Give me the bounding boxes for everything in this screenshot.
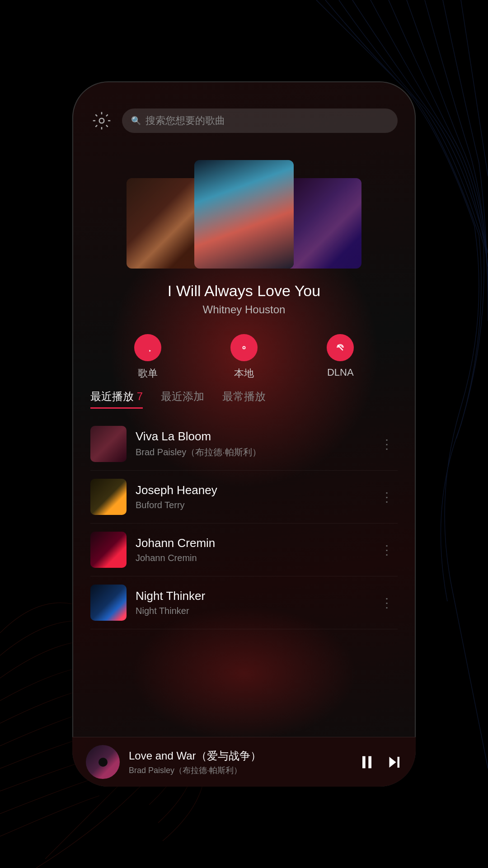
more-button-2[interactable]: ⋮ <box>376 538 398 562</box>
more-button-3[interactable]: ⋮ <box>376 591 398 615</box>
nav-tab-dlna[interactable]: DLNA <box>327 334 354 380</box>
svg-rect-7 <box>368 756 371 768</box>
song-thumb-art-1 <box>90 479 127 515</box>
song-artist-1: Buford Terry <box>136 500 367 510</box>
nav-tabs: 歌单 本地 DLNA <box>72 321 416 389</box>
song-thumb-art-3 <box>90 585 127 621</box>
song-item-2[interactable]: Johann Cremin Johann Cremin ⋮ <box>90 524 398 576</box>
album-art-left <box>127 178 203 269</box>
search-icon: 🔍 <box>131 116 141 126</box>
album-card-right[interactable] <box>285 178 361 269</box>
svg-point-0 <box>99 118 104 123</box>
song-details-2: Johann Cremin Johann Cremin <box>136 536 367 563</box>
svg-rect-9 <box>398 757 400 768</box>
song-details-1: Joseph Heaney Buford Terry <box>136 483 367 510</box>
pause-button[interactable] <box>357 753 377 771</box>
album-carousel <box>72 142 416 269</box>
search-bar[interactable]: 🔍 搜索您想要的歌曲 <box>122 108 398 133</box>
featured-song-title: I Will Always Love You <box>72 282 416 300</box>
song-artist-0: Brad Paisley（布拉德·帕斯利） <box>136 446 367 458</box>
nav-tab-local[interactable]: 本地 <box>230 334 258 380</box>
list-tabs: 最近播放 7 最近添加 最常播放 <box>90 389 398 409</box>
nav-tab-playlist-label: 歌单 <box>138 367 158 380</box>
header: 🔍 搜索您想要的歌曲 <box>72 81 416 142</box>
album-card-left[interactable] <box>127 178 203 269</box>
list-section: 最近播放 7 最近添加 最常播放 Viva La Bloom Brad Pais… <box>72 389 416 629</box>
now-playing-info: Love and War（爱与战争） Brad Paisley（布拉德·帕斯利） <box>129 749 347 776</box>
song-thumb-3 <box>90 585 127 621</box>
song-name-3: Night Thinker <box>136 589 367 603</box>
nav-tab-local-label: 本地 <box>234 367 254 380</box>
nav-tab-dlna-label: DLNA <box>327 367 354 378</box>
local-icon <box>230 334 258 361</box>
song-thumb-art-2 <box>90 532 127 568</box>
tab-added[interactable]: 最近添加 <box>161 389 204 409</box>
song-artist-3: Night Thinker <box>136 606 367 616</box>
song-name-0: Viva La Bloom <box>136 429 367 443</box>
song-artist-2: Johann Cremin <box>136 553 367 563</box>
song-list: Viva La Bloom Brad Paisley（布拉德·帕斯利） ⋮ Jo… <box>90 418 398 629</box>
tab-recent[interactable]: 最近播放 7 <box>90 389 143 409</box>
song-item-1[interactable]: Joseph Heaney Buford Terry ⋮ <box>90 471 398 524</box>
song-thumb-art-0 <box>90 426 127 462</box>
now-playing-artist: Brad Paisley（布拉德·帕斯利） <box>129 765 347 776</box>
song-name-2: Johann Cremin <box>136 536 367 550</box>
next-button[interactable] <box>386 754 402 770</box>
nav-tab-playlist[interactable]: 歌单 <box>134 334 161 380</box>
song-thumb-0 <box>90 426 127 462</box>
more-button-0[interactable]: ⋮ <box>376 432 398 456</box>
song-item-0[interactable]: Viva La Bloom Brad Paisley（布拉德·帕斯利） ⋮ <box>90 418 398 471</box>
search-placeholder: 搜索您想要的歌曲 <box>145 114 225 127</box>
svg-marker-8 <box>389 757 396 768</box>
svg-point-3 <box>243 347 245 349</box>
song-thumb-2 <box>90 532 127 568</box>
tab-recent-count: 7 <box>137 390 143 402</box>
now-playing-bar: Love and War（爱与战争） Brad Paisley（布拉德·帕斯利） <box>72 737 416 787</box>
album-art-right <box>285 178 361 269</box>
album-card-center[interactable] <box>194 160 294 269</box>
player-controls <box>357 753 402 771</box>
phone-container: 🔍 搜索您想要的歌曲 I Will Always Love You Whitne… <box>72 81 416 787</box>
song-details-3: Night Thinker Night Thinker <box>136 589 367 616</box>
song-item-3[interactable]: Night Thinker Night Thinker ⋮ <box>90 576 398 629</box>
tab-frequent[interactable]: 最常播放 <box>222 389 266 409</box>
more-button-1[interactable]: ⋮ <box>376 485 398 509</box>
song-details-0: Viva La Bloom Brad Paisley（布拉德·帕斯利） <box>136 429 367 458</box>
song-name-1: Joseph Heaney <box>136 483 367 497</box>
song-thumb-1 <box>90 479 127 515</box>
playlist-icon <box>134 334 161 361</box>
dlna-icon <box>327 334 354 361</box>
album-art-center <box>194 160 294 269</box>
settings-button[interactable] <box>90 109 113 132</box>
now-playing-title: Love and War（爱与战争） <box>129 749 347 763</box>
tab-recent-label: 最近播放 <box>90 390 134 402</box>
featured-song-artist: Whitney Houston <box>72 303 416 316</box>
now-playing-thumb <box>86 745 120 779</box>
featured-song-info: I Will Always Love You Whitney Houston <box>72 269 416 321</box>
svg-rect-6 <box>362 756 366 768</box>
